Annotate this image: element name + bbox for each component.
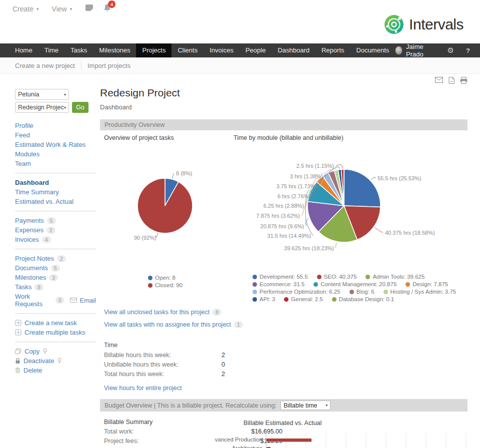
link-view-all-unclosed-tasks-for-this-project[interactable]: View all unclosed tasks for this project [104,309,210,316]
legend-item-development[interactable]: Development: 55.5 [252,274,308,280]
sidebar-link-feed[interactable]: Feed [15,131,30,139]
nav-item-dashboard[interactable]: Dashboard [272,43,316,57]
sidebar-groups: ProfileFeedEstimated Work & RatesModules… [15,113,96,380]
legend-item-general[interactable]: General: 2.5 [284,296,322,302]
sidebar-link-payments[interactable]: Payments [15,217,44,224]
notifications-bell-icon[interactable]: 4 [103,3,112,14]
sidebar-link-dashboard[interactable]: Dashboard [15,179,49,186]
legend-item-open[interactable]: Open: 8 [148,275,176,281]
time-row-total-hours-this-week: Total hours this week:2 [100,371,468,380]
subnav-import-projects[interactable]: Import projects [81,62,130,69]
help-icon[interactable]: ? [466,47,470,54]
sidebar-group-1: ProfileFeedEstimated Work & RatesModules… [15,113,96,173]
main-content: Redesign Project Dashboard Productivity … [100,74,468,448]
legend-label: Design: 7.875 [412,281,448,287]
legend-item-seo[interactable]: SEO: 40.375 [317,274,357,280]
sidebar-link-create-a-new-task[interactable]: Create a new task [24,319,77,327]
sidebar-link-invoices[interactable]: Invoices [15,236,39,243]
recalculate-select[interactable]: Billable time ▾ [280,401,330,410]
legend-dot [314,282,318,287]
legend-item-hosting-sys-admin[interactable]: Hosting / Sys Admin: 3.75 [384,289,456,295]
subnav-create-a-new-project[interactable]: Create a new project [15,62,75,69]
settings-gear-icon[interactable]: ⚙ [448,46,454,55]
sidebar-link-project-notes[interactable]: Project Notes [15,255,54,262]
lightbulb-icon [57,358,62,364]
legend-item-design[interactable]: Design: 7.875 [406,281,448,287]
count-badge: 3 [49,274,58,281]
budget-bar-text: Budget Overview | This is a billable pro… [104,402,276,409]
user-avatar[interactable] [395,46,402,55]
sidebar-link-modules[interactable]: Modules [15,150,40,158]
nav-item-documents[interactable]: Documents [350,43,396,57]
legend-item-blog[interactable]: Blog: 6 [350,289,374,295]
sidebar-link-work-requests[interactable]: Work Requests [15,293,52,308]
bar-category-label: Architecture [232,445,262,448]
envelope-icon [70,298,77,303]
nav-item-people[interactable]: People [240,43,272,57]
plus-icon [15,320,22,326]
view-menu[interactable]: View ▾ [52,5,72,13]
sidebar-link-deactivate[interactable]: Deactivate [24,357,54,365]
time-row-value: 0 [222,361,225,368]
sidebar-link-tasks[interactable]: Tasks [15,283,32,291]
create-menu[interactable]: Create ▾ [12,5,39,13]
nav-item-invoices[interactable]: Invoices [204,43,240,57]
sidebar-link-time-summary[interactable]: Time Summary [15,188,59,196]
go-button[interactable]: Go [72,102,88,113]
time-row-unbillable-hours-this-week: Unbillable hours this week:0 [100,361,468,371]
legend-item-ecommerce[interactable]: Ecommerce: 31.5 [252,281,304,287]
sidebar-link-delete[interactable]: Delete [24,367,42,374]
tasks-pie-chart: 8 (8%)90 (92%) [125,160,242,263]
sidebar-link-team[interactable]: Team [15,160,31,167]
sidebar-link-estimated-work-rates[interactable]: Estimated Work & Rates [15,141,86,148]
sidebar-item-time-summary: Time Summary [15,188,96,196]
legend-label: Closed: 90 [155,282,182,288]
sidebar-link-create-multiple-tasks[interactable]: Create multiple tasks [24,329,85,336]
create-menu-label: Create [12,5,34,13]
legend-dot [148,276,152,280]
budget-row-label: Total work: [104,428,134,435]
project-select[interactable]: Redesign Project ▾ [15,102,69,113]
user-name[interactable]: Jaime Prado [406,43,436,58]
budget-row-label: Project fees: [104,438,138,445]
sidebar-link-email[interactable]: Email [80,297,96,304]
link-view-all-tasks-with-no-assignee-for-this-project[interactable]: View all tasks with no assignee for this… [104,321,231,328]
nav-item-clients[interactable]: Clients [172,43,204,57]
task-link-row: View all tasks with no assignee for this… [100,321,468,328]
notes-icon[interactable] [85,4,94,14]
legend-item-admin-tools[interactable]: Admin Tools: 39.625 [366,274,424,280]
pie-slice-closed[interactable] [138,178,192,233]
bar-advanced-production[interactable] [266,439,312,442]
client-select[interactable]: Petunia ▾ [15,89,69,100]
sidebar-link-documents[interactable]: Documents [15,264,48,272]
sidebar-link-copy[interactable]: Copy [24,348,40,355]
nav-item-reports[interactable]: Reports [316,43,350,57]
view-hours-link[interactable]: View hours for entire project [104,385,182,392]
legend-row: Performance Optimization: 6.25Blog: 6Hos… [252,289,472,295]
legend-item-database-design[interactable]: Database Design: 0.1 [332,296,394,302]
plus-icon [15,329,22,336]
legend-item-api[interactable]: API: 3 [252,296,275,302]
legend-dot [317,275,322,279]
pie-slice-development[interactable] [344,169,380,207]
sidebar-group-6: CopyDeactivateDelete [15,342,96,380]
sidebar-link-profile[interactable]: Profile [15,122,34,129]
email-extra: Email [70,297,96,304]
nav-item-milestones[interactable]: Milestones [93,43,136,57]
pdf-export-icon[interactable] [448,77,454,84]
sidebar-link-estimated-vs-actual[interactable]: Estimated vs. Actual [15,198,74,205]
legend-item-performance-optimization[interactable]: Performance Optimization: 6.25 [252,289,340,295]
print-icon[interactable] [460,77,468,84]
sidebar-link-milestones[interactable]: Milestones [15,274,46,281]
nav-item-time[interactable]: Time [38,43,64,57]
sidebar-link-expenses[interactable]: Expenses [15,226,44,234]
copy-icon [15,348,22,355]
nav-item-projects[interactable]: Projects [136,43,172,57]
page-title: Redesign Project [100,87,468,99]
billable-bar-chart: Advanced ProductionArchitectureCopywriti… [215,427,468,448]
nav-item-home[interactable]: Home [9,43,38,57]
legend-item-closed[interactable]: Closed: 90 [148,282,182,288]
nav-item-tasks[interactable]: Tasks [64,43,93,57]
email-icon[interactable] [435,77,443,84]
legend-item-content-management[interactable]: Content Management: 20.875 [314,281,396,287]
